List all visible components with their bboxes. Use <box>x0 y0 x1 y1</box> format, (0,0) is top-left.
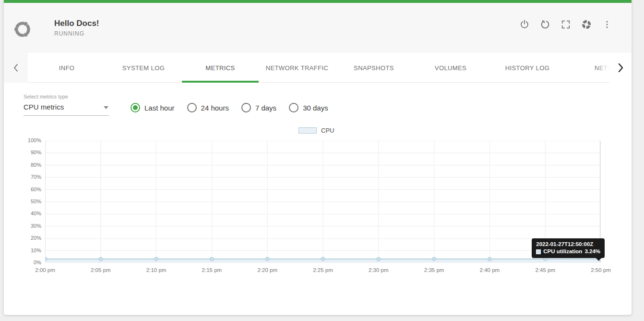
tab-network-traffic[interactable]: NETWORK TRAFFIC <box>259 53 335 83</box>
tooltip-timestamp: 2022-01-27T12:50:00Z <box>536 241 600 248</box>
y-tick-label: 100% <box>4 137 41 143</box>
instance-detail-card: Hello Docs! RUNNING INFOSYSTEM LOGMETRIC… <box>3 0 632 315</box>
data-point[interactable] <box>488 258 491 261</box>
x-tick-label: 2:35 pm <box>415 267 453 273</box>
ubuntu-logo <box>12 19 33 39</box>
y-tick-label: 80% <box>4 162 41 168</box>
tab-metrics[interactable]: METRICS <box>182 53 259 83</box>
y-tick-label: 10% <box>4 247 41 253</box>
x-tick-label: 2:15 pm <box>192 267 231 273</box>
instance-header: Hello Docs! RUNNING <box>4 3 632 53</box>
power-button[interactable] <box>518 18 531 31</box>
tab-label: INFO <box>59 64 75 72</box>
data-point[interactable] <box>155 257 158 260</box>
radio-unselected-icon[interactable] <box>289 103 298 112</box>
radio-unselected-icon[interactable] <box>241 103 251 112</box>
tab-list: INFOSYSTEM LOGMETRICSNETWORK TRAFFICSNAP… <box>28 53 643 83</box>
chart-tooltip: 2022-01-27T12:50:00Z CPU utilization 3.2… <box>532 238 605 258</box>
select-underline <box>24 115 109 116</box>
x-tick-label: 2:30 pm <box>359 267 398 273</box>
x-tick-label: 2:50 pm <box>582 267 620 273</box>
chevron-right-icon <box>617 63 624 73</box>
radio-label: 30 days <box>303 104 328 112</box>
tab-volumes[interactable]: VOLUMES <box>412 53 489 83</box>
tab-label: METRICS <box>205 64 235 72</box>
x-tick-label: 2:20 pm <box>248 267 286 273</box>
data-point[interactable] <box>45 257 47 260</box>
tab-snapshots[interactable]: SNAPSHOTS <box>335 53 412 83</box>
tab-bar: INFOSYSTEM LOGMETRICSNETWORK TRAFFICSNAP… <box>4 53 632 83</box>
select-dropdown-arrow-icon[interactable] <box>104 106 108 109</box>
y-tick-label: 40% <box>4 210 41 216</box>
instance-title: Hello Docs! <box>54 19 99 28</box>
y-tick-label: 50% <box>4 198 41 204</box>
data-point[interactable] <box>432 257 436 260</box>
y-tick-label: 30% <box>4 223 41 229</box>
tab-label: NETWORK TRAFFIC <box>266 64 329 72</box>
tab-info[interactable]: INFO <box>28 53 105 83</box>
legend-label: CPU <box>321 127 334 134</box>
data-point[interactable] <box>266 257 269 260</box>
data-point[interactable] <box>210 258 214 261</box>
x-tick-label: 2:10 pm <box>137 267 176 273</box>
radio-label: Last hour <box>144 104 175 112</box>
legend-swatch <box>298 127 317 134</box>
instance-status-badge: RUNNING <box>54 30 84 37</box>
tab-system-log[interactable]: SYSTEM LOG <box>105 53 182 83</box>
spinner-button[interactable] <box>580 18 593 31</box>
kebab-menu-button[interactable] <box>601 18 613 31</box>
restart-icon <box>540 19 550 30</box>
radio-selected-icon[interactable] <box>131 103 140 112</box>
x-tick-label: 2:40 pm <box>470 267 509 273</box>
radio-label: 24 hours <box>201 104 229 112</box>
data-point[interactable] <box>377 258 380 261</box>
x-tick-label: 2:25 pm <box>304 267 342 273</box>
radio-label: 7 days <box>255 104 276 112</box>
kebab-menu-icon <box>602 20 612 29</box>
tab-label: HISTORY LOG <box>505 64 550 72</box>
y-tick-label: 0% <box>4 259 41 265</box>
tooltip-series-label: CPU utilization <box>543 248 582 255</box>
tooltip-series-swatch-icon <box>536 249 541 254</box>
x-tick-label: 2:45 pm <box>526 267 564 273</box>
tab-label: VOLUMES <box>435 64 466 72</box>
y-tick-label: 90% <box>4 149 41 155</box>
header-action-bar <box>518 18 613 31</box>
range-radio-24-hours[interactable]: 24 hours <box>187 103 229 112</box>
restart-button[interactable] <box>539 18 551 31</box>
tabs-scroll-left-button[interactable] <box>4 53 28 83</box>
range-radio-7-days[interactable]: 7 days <box>241 103 276 112</box>
tooltip-value: 3.24% <box>584 248 600 255</box>
x-tick-label: 2:05 pm <box>82 267 120 273</box>
metrics-type-label: Select metrics type <box>24 94 68 99</box>
fullscreen-button[interactable] <box>560 18 572 31</box>
spinner-icon <box>581 19 592 30</box>
radio-unselected-icon[interactable] <box>187 103 197 112</box>
tabs-scroll-right-button[interactable] <box>609 53 632 83</box>
y-tick-label: 70% <box>4 174 41 180</box>
y-tick-label: 60% <box>4 186 41 192</box>
time-range-radio-group: Last hour24 hours7 days30 days <box>131 101 328 114</box>
tab-history-log[interactable]: HISTORY LOG <box>489 53 566 83</box>
fullscreen-icon <box>561 19 571 30</box>
chevron-left-icon <box>13 63 19 72</box>
power-icon <box>519 19 530 30</box>
x-tick-label: 2:00 pm <box>26 267 64 273</box>
tab-label: SYSTEM LOG <box>122 64 165 72</box>
tab-label: SNAPSHOTS <box>354 64 394 72</box>
chart-legend[interactable]: CPU <box>298 127 334 134</box>
range-radio-30-days[interactable]: 30 days <box>289 103 328 112</box>
y-tick-label: 20% <box>4 235 41 241</box>
data-point[interactable] <box>99 258 102 261</box>
data-point[interactable] <box>322 257 325 260</box>
metrics-type-select[interactable]: CPU metrics <box>24 103 64 111</box>
range-radio-last-hour[interactable]: Last hour <box>131 103 175 112</box>
cpu-usage-chart[interactable] <box>45 141 601 263</box>
